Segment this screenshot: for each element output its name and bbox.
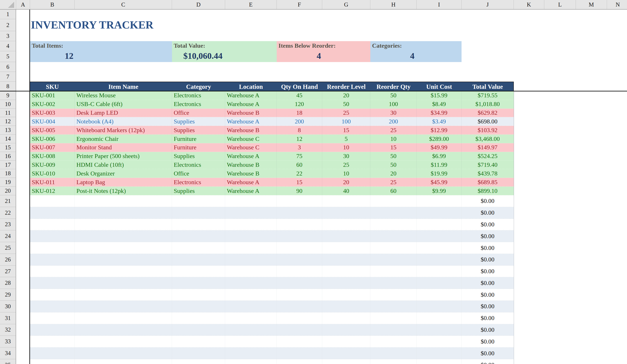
table-header-cell[interactable]: Total Value <box>462 82 514 91</box>
empty-cell[interactable] <box>370 254 417 265</box>
cell-sku[interactable]: SKU-005 <box>30 126 75 134</box>
empty-cell[interactable] <box>277 277 322 289</box>
cell-reorder_level[interactable]: 20 <box>322 91 370 100</box>
column-header-B[interactable]: B <box>30 0 75 9</box>
empty-cell[interactable] <box>30 359 75 364</box>
total-value-zero-cell[interactable]: $0.00 <box>462 336 514 347</box>
total-value-zero-cell[interactable]: $0.00 <box>462 347 514 359</box>
empty-cell[interactable] <box>30 301 75 312</box>
cell-qty[interactable]: 3 <box>277 143 322 152</box>
cell-name[interactable]: Desk Organizer <box>75 169 172 178</box>
row-number-7[interactable]: 7 <box>0 72 16 82</box>
cell-reorder_qty[interactable]: 25 <box>370 178 417 186</box>
cell-sku[interactable]: SKU-012 <box>30 187 75 195</box>
total-value-zero-cell[interactable]: $0.00 <box>462 195 514 207</box>
summary-card-items-below-reorder[interactable]: Items Below Reorder: 4 <box>277 41 370 62</box>
row-number-6[interactable]: 6 <box>0 62 16 72</box>
empty-cell[interactable] <box>277 254 322 265</box>
cell-qty[interactable]: 18 <box>277 109 322 117</box>
empty-cell[interactable] <box>75 242 172 254</box>
cell-sku[interactable]: SKU-002 <box>30 100 75 108</box>
row-number-13[interactable]: 13 <box>0 126 16 135</box>
row-number-27[interactable]: 27 <box>0 266 16 277</box>
cell-sku[interactable]: SKU-010 <box>30 169 75 178</box>
cell-name[interactable]: Printer Paper (500 sheets) <box>75 152 172 160</box>
table-header-cell[interactable]: Unit Cost <box>417 82 462 91</box>
cell-total_value[interactable]: $899.10 <box>462 187 514 195</box>
row-number-14[interactable]: 14 <box>0 135 16 143</box>
select-all-corner[interactable] <box>0 0 16 9</box>
empty-cell[interactable] <box>75 324 172 336</box>
cell-qty[interactable]: 90 <box>277 187 322 195</box>
cell-name[interactable]: Post-it Notes (12pk) <box>75 187 172 195</box>
table-header-cell[interactable]: Qty On Hand <box>277 82 322 91</box>
cell-unit_cost[interactable]: $19.99 <box>417 169 462 178</box>
cell-qty[interactable]: 120 <box>277 100 322 108</box>
column-header-A[interactable]: A <box>16 0 30 9</box>
empty-cell[interactable] <box>30 266 75 277</box>
cell-location[interactable]: Warehouse B <box>225 126 277 134</box>
total-value-zero-cell[interactable]: $0.00 <box>462 289 514 301</box>
cell-qty[interactable]: 22 <box>277 169 322 178</box>
cell-location[interactable]: Warehouse A <box>225 187 277 195</box>
column-header-J[interactable]: J <box>462 0 514 9</box>
total-value-zero-cell[interactable]: $0.00 <box>462 242 514 254</box>
empty-cell[interactable] <box>172 254 225 265</box>
empty-cell[interactable] <box>277 301 322 312</box>
empty-cell[interactable] <box>172 266 225 277</box>
column-header-N[interactable]: N <box>607 0 627 9</box>
empty-cell[interactable] <box>225 195 277 207</box>
empty-cell[interactable] <box>370 359 417 364</box>
empty-cell[interactable] <box>277 207 322 218</box>
empty-cell[interactable] <box>225 324 277 336</box>
empty-cell[interactable] <box>225 359 277 364</box>
empty-cell[interactable] <box>277 347 322 359</box>
cell-sku[interactable]: SKU-007 <box>30 143 75 152</box>
empty-cell[interactable] <box>225 207 277 218</box>
empty-cell[interactable] <box>172 324 225 336</box>
empty-cell[interactable] <box>75 289 172 301</box>
cell-location[interactable]: Warehouse A <box>225 91 277 100</box>
cell-reorder_qty[interactable]: 50 <box>370 152 417 160</box>
cell-total_value[interactable]: $524.25 <box>462 152 514 160</box>
cell-location[interactable]: Warehouse B <box>225 109 277 117</box>
cell-qty[interactable]: 45 <box>277 91 322 100</box>
cell-sku[interactable]: SKU-004 <box>30 117 75 126</box>
empty-cell[interactable] <box>417 289 462 301</box>
cell-unit_cost[interactable]: $9.99 <box>417 187 462 195</box>
row-number-29[interactable]: 29 <box>0 289 16 301</box>
cell-qty[interactable]: 200 <box>277 117 322 126</box>
cell-sku[interactable]: SKU-009 <box>30 161 75 169</box>
cell-total_value[interactable]: $439.78 <box>462 169 514 178</box>
empty-cell[interactable] <box>172 277 225 289</box>
empty-cell[interactable] <box>30 195 75 207</box>
cell-name[interactable]: Monitor Stand <box>75 143 172 152</box>
row-number-30[interactable]: 30 <box>0 301 16 312</box>
cell-reorder_qty[interactable]: 50 <box>370 161 417 169</box>
empty-cell[interactable] <box>322 277 370 289</box>
row-number-18[interactable]: 18 <box>0 169 16 178</box>
empty-cell[interactable] <box>225 289 277 301</box>
cell-unit_cost[interactable]: $45.99 <box>417 178 462 186</box>
summary-card-total-items[interactable]: Total Items: 12 <box>30 41 172 62</box>
row-number-23[interactable]: 23 <box>0 219 16 231</box>
empty-cell[interactable] <box>172 207 225 218</box>
empty-cell[interactable] <box>172 336 225 347</box>
table-header-cell[interactable]: Reorder Qty <box>370 82 417 91</box>
row-number-28[interactable]: 28 <box>0 277 16 289</box>
empty-cell[interactable] <box>277 289 322 301</box>
empty-cell[interactable] <box>75 195 172 207</box>
empty-cell[interactable] <box>417 219 462 230</box>
empty-cell[interactable] <box>225 301 277 312</box>
empty-cell[interactable] <box>322 207 370 218</box>
empty-cell[interactable] <box>225 347 277 359</box>
empty-cell[interactable] <box>370 266 417 277</box>
cell-category[interactable]: Office <box>172 169 225 178</box>
cell-location[interactable]: Warehouse A <box>225 178 277 186</box>
row-number-19[interactable]: 19 <box>0 178 16 187</box>
cell-category[interactable]: Electronics <box>172 161 225 169</box>
total-value-zero-cell[interactable]: $0.00 <box>462 324 514 336</box>
cell-total_value[interactable]: $1,018.80 <box>462 100 514 108</box>
empty-cell[interactable] <box>225 336 277 347</box>
empty-cell[interactable] <box>322 219 370 230</box>
